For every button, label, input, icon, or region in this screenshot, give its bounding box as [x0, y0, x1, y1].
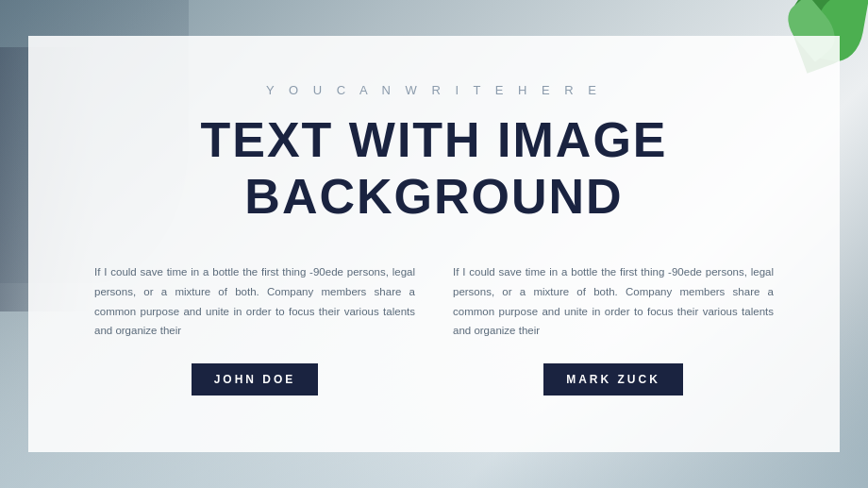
- main-title-line1: TEXT WITH IMAGE: [200, 112, 667, 167]
- content-columns: If I could save time in a bottle the fir…: [85, 262, 783, 395]
- subtitle: Y O U C A N W R I T E H E R E: [266, 83, 602, 97]
- right-column: If I could save time in a bottle the fir…: [453, 262, 774, 395]
- main-card: Y O U C A N W R I T E H E R E TEXT WITH …: [28, 36, 840, 452]
- main-title: TEXT WITH IMAGE BACKGROUND: [200, 112, 667, 226]
- left-column: If I could save time in a bottle the fir…: [94, 262, 415, 395]
- right-column-text: If I could save time in a bottle the fir…: [453, 262, 774, 341]
- john-doe-badge[interactable]: JOHN DOE: [192, 363, 319, 395]
- mark-zuck-badge[interactable]: MARK ZUCK: [543, 363, 683, 395]
- left-column-text: If I could save time in a bottle the fir…: [94, 262, 415, 341]
- main-title-line2: BACKGROUND: [244, 169, 623, 224]
- outer-background: Y O U C A N W R I T E H E R E TEXT WITH …: [0, 0, 868, 488]
